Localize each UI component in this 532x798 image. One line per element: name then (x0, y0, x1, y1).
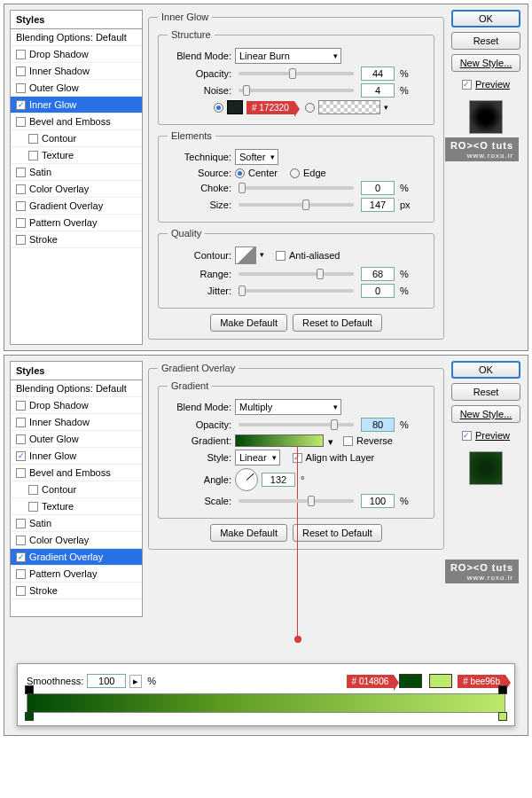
style-item-texture[interactable]: Texture (11, 147, 142, 164)
choke-field[interactable]: 0 (361, 181, 395, 195)
style-item-gradient-overlay[interactable]: Gradient Overlay (11, 198, 142, 215)
opacity-field[interactable]: 80 (361, 418, 395, 432)
checkbox-icon[interactable] (28, 502, 38, 512)
checkbox-icon[interactable] (16, 117, 26, 127)
gradient-swatch[interactable] (318, 100, 380, 114)
color-stop-right[interactable] (498, 712, 507, 721)
technique-select[interactable]: Softer (235, 149, 278, 165)
style-item-blending-options-default[interactable]: Blending Options: Default (11, 380, 142, 397)
checkbox-icon[interactable] (28, 134, 38, 144)
checkbox-icon[interactable] (16, 218, 26, 228)
smoothness-field[interactable]: 100 (87, 674, 126, 688)
checkbox-icon[interactable] (16, 434, 26, 444)
style-item-inner-shadow[interactable]: Inner Shadow (11, 414, 142, 431)
checkbox-icon[interactable] (16, 401, 26, 411)
checkbox-icon[interactable] (16, 586, 26, 596)
style-item-satin[interactable]: Satin (11, 515, 142, 532)
style-item-inner-shadow[interactable]: Inner Shadow (11, 63, 142, 80)
checkbox-icon[interactable] (16, 66, 26, 76)
preview-checkbox[interactable] (462, 80, 472, 90)
style-item-contour[interactable]: Contour (11, 481, 142, 498)
checkbox-icon[interactable] (16, 418, 26, 427)
style-item-contour[interactable]: Contour (11, 130, 142, 147)
make-default-button[interactable]: Make Default (210, 314, 287, 332)
checkbox-icon[interactable] (16, 569, 26, 579)
opacity-field[interactable]: 44 (361, 66, 395, 81)
blend-mode-select[interactable]: Linear Burn (235, 48, 341, 64)
reset-button[interactable]: Reset (451, 32, 520, 50)
make-default-button[interactable]: Make Default (210, 524, 287, 542)
reset-button[interactable]: Reset (451, 383, 520, 401)
checkbox-icon[interactable] (16, 201, 26, 211)
opacity-slider[interactable] (239, 423, 354, 426)
opacity-slider[interactable] (239, 72, 354, 75)
checkbox-icon[interactable] (16, 451, 26, 461)
style-item-texture[interactable]: Texture (11, 498, 142, 515)
size-slider[interactable] (239, 203, 354, 207)
choke-slider[interactable] (239, 186, 354, 190)
gradient-style-select[interactable]: Linear (235, 450, 280, 466)
noise-field[interactable]: 4 (361, 83, 395, 98)
checkbox-icon[interactable] (16, 552, 26, 562)
style-item-outer-glow[interactable]: Outer Glow (11, 80, 142, 97)
style-item-satin[interactable]: Satin (11, 164, 142, 181)
checkbox-icon[interactable] (16, 50, 26, 59)
checkbox-icon[interactable] (16, 519, 26, 528)
contour-picker[interactable] (235, 246, 256, 264)
checkbox-icon[interactable] (16, 468, 26, 478)
angle-field[interactable]: 132 (262, 473, 295, 487)
style-item-drop-shadow[interactable]: Drop Shadow (11, 46, 142, 63)
glow-color-swatch[interactable] (227, 100, 243, 114)
noise-slider[interactable] (239, 89, 354, 92)
style-item-inner-glow[interactable]: Inner Glow (11, 448, 142, 465)
scale-field[interactable]: 100 (361, 494, 395, 508)
style-item-stroke[interactable]: Stroke (11, 231, 142, 248)
gradient-radio[interactable] (305, 103, 315, 113)
source-edge-radio[interactable] (290, 168, 300, 178)
new-style-button[interactable]: New Style... (451, 54, 520, 72)
style-item-drop-shadow[interactable]: Drop Shadow (11, 397, 142, 414)
reset-default-button[interactable]: Reset to Default (293, 524, 382, 542)
style-item-inner-glow[interactable]: Inner Glow (11, 97, 142, 113)
angle-dial[interactable] (235, 468, 258, 491)
style-item-color-overlay[interactable]: Color Overlay (11, 181, 142, 198)
checkbox-icon[interactable] (16, 83, 26, 93)
color-radio[interactable] (214, 103, 223, 113)
reverse-checkbox[interactable] (343, 436, 353, 446)
style-item-color-overlay[interactable]: Color Overlay (11, 532, 142, 549)
source-center-radio[interactable] (235, 168, 245, 178)
preview-checkbox[interactable] (462, 431, 472, 441)
range-slider[interactable] (239, 272, 354, 276)
smoothness-arrow-icon[interactable]: ▸ (129, 675, 142, 688)
antialiased-checkbox[interactable] (276, 251, 286, 261)
range-field[interactable]: 68 (361, 267, 395, 281)
checkbox-icon[interactable] (16, 100, 26, 110)
gradient-bar[interactable] (27, 693, 505, 713)
new-style-button[interactable]: New Style... (451, 405, 520, 423)
style-item-pattern-overlay[interactable]: Pattern Overlay (11, 215, 142, 231)
style-item-bevel-and-emboss[interactable]: Bevel and Emboss (11, 465, 142, 481)
checkbox-icon[interactable] (16, 168, 26, 177)
opacity-stop-left[interactable] (25, 685, 34, 694)
jitter-slider[interactable] (239, 289, 354, 293)
jitter-field[interactable]: 0 (361, 284, 395, 298)
style-item-gradient-overlay[interactable]: Gradient Overlay (11, 549, 142, 566)
checkbox-icon[interactable] (16, 536, 26, 545)
checkbox-icon[interactable] (28, 485, 38, 495)
scale-slider[interactable] (239, 499, 354, 503)
style-item-bevel-and-emboss[interactable]: Bevel and Emboss (11, 113, 142, 130)
ok-button[interactable]: OK (451, 10, 520, 27)
style-item-stroke[interactable]: Stroke (11, 583, 142, 599)
checkbox-icon[interactable] (28, 151, 38, 160)
reset-default-button[interactable]: Reset to Default (293, 314, 382, 332)
gradient-picker[interactable] (235, 434, 324, 447)
style-item-blending-options-default[interactable]: Blending Options: Default (11, 29, 142, 46)
checkbox-icon[interactable] (16, 235, 26, 245)
color-stop-left[interactable] (25, 712, 34, 721)
ok-button[interactable]: OK (451, 361, 520, 379)
style-item-pattern-overlay[interactable]: Pattern Overlay (11, 566, 142, 583)
style-item-outer-glow[interactable]: Outer Glow (11, 431, 142, 448)
size-field[interactable]: 147 (361, 198, 395, 212)
blend-mode-select[interactable]: Multiply (235, 399, 341, 415)
opacity-stop-right[interactable] (498, 685, 507, 694)
